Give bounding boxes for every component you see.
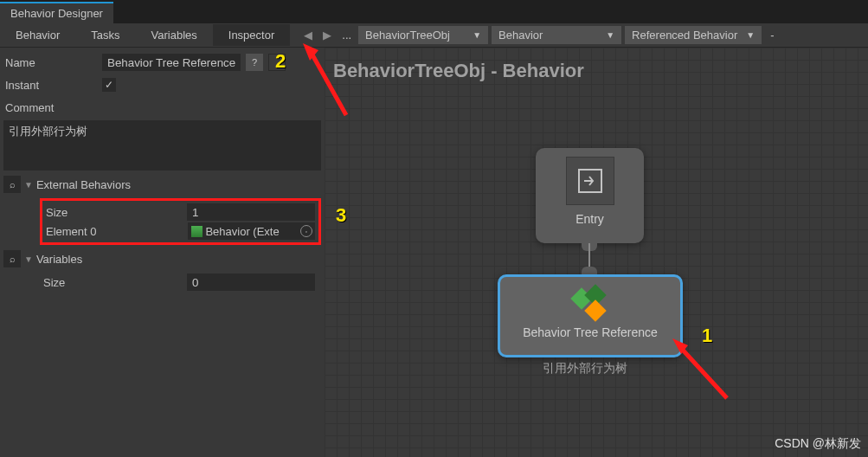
overflow-icon[interactable]: ... xyxy=(338,29,355,42)
instant-label: Instant xyxy=(3,79,97,92)
referenced-dropdown[interactable]: Referenced Behavior▼ xyxy=(625,26,762,44)
element0-field[interactable]: Behavior (Exte ◦ xyxy=(188,222,315,240)
svg-line-1 xyxy=(679,346,727,398)
variables-header: Variables xyxy=(36,253,82,266)
entry-icon xyxy=(566,157,614,205)
name-field[interactable] xyxy=(102,54,241,71)
entry-node[interactable]: Entry xyxy=(536,148,644,243)
tab-behavior[interactable]: Behavior xyxy=(0,24,75,46)
size-label: Size xyxy=(46,206,182,219)
foldout-icon[interactable]: ▼ xyxy=(24,180,33,190)
highlight-box: Size Element 0 Behavior (Exte ◦ xyxy=(40,198,321,245)
object-picker-icon[interactable]: ◦ xyxy=(300,225,312,237)
behavior-dropdown[interactable]: Behavior▼ xyxy=(492,26,621,44)
inspector-panel: Name ? Instant ✓ Comment 引用外部行为树 ⌕ ▼ Ext… xyxy=(0,48,325,457)
name-label: Name xyxy=(3,56,97,69)
graph-canvas[interactable]: BehaviorTreeObj - Behavior Entry Behavio… xyxy=(325,48,868,457)
reference-node[interactable]: Behavior Tree Reference xyxy=(498,274,683,357)
toolbar: Behavior Tasks Variables Inspector ◀ ▶ .… xyxy=(0,23,868,48)
tab-tasks[interactable]: Tasks xyxy=(75,24,135,46)
help-icon[interactable]: ? xyxy=(246,54,263,71)
reference-subtitle: 引用外部行为树 xyxy=(543,361,627,377)
chevron-down-icon: ▼ xyxy=(746,30,755,40)
vars-size-field[interactable] xyxy=(187,274,315,291)
nav-prev-icon[interactable]: ◀ xyxy=(300,28,316,43)
annotation-2: 2 xyxy=(275,50,286,73)
arrow-1 xyxy=(671,333,731,402)
external-size-field[interactable] xyxy=(187,203,315,221)
element0-label: Element 0 xyxy=(46,225,183,238)
chevron-down-icon: ▼ xyxy=(606,30,614,40)
watermark: CSDN @林新发 xyxy=(775,436,861,452)
instant-checkbox[interactable]: ✓ xyxy=(102,78,116,92)
comment-label: Comment xyxy=(3,101,97,114)
arrow-2 xyxy=(303,42,355,119)
external-header: External Behaviors xyxy=(36,178,131,191)
search-icon[interactable]: ⌕ xyxy=(3,176,21,193)
entry-label: Entry xyxy=(575,212,604,226)
nav-next-icon[interactable]: ▶ xyxy=(319,28,335,43)
tab-variables[interactable]: Variables xyxy=(136,24,213,46)
behavior-asset-icon xyxy=(191,226,203,237)
reference-label: Behavior Tree Reference xyxy=(523,325,658,339)
annotation-3: 3 xyxy=(336,204,346,227)
chevron-down-icon: ▼ xyxy=(473,30,481,40)
svg-line-3 xyxy=(310,50,346,115)
object-dropdown[interactable]: BehaviorTreeObj▼ xyxy=(358,26,488,44)
window-tab[interactable]: Behavior Designer xyxy=(0,2,113,23)
canvas-title: BehaviorTreeObj - Behavior xyxy=(333,60,584,82)
comment-field[interactable]: 引用外部行为树 xyxy=(3,120,321,171)
vars-size-label: Size xyxy=(43,276,182,289)
reference-icon xyxy=(569,286,612,325)
foldout-icon[interactable]: ▼ xyxy=(24,254,33,264)
search-icon[interactable]: ⌕ xyxy=(3,250,21,267)
tab-inspector[interactable]: Inspector xyxy=(213,24,290,46)
remove-button[interactable]: - xyxy=(765,29,779,42)
